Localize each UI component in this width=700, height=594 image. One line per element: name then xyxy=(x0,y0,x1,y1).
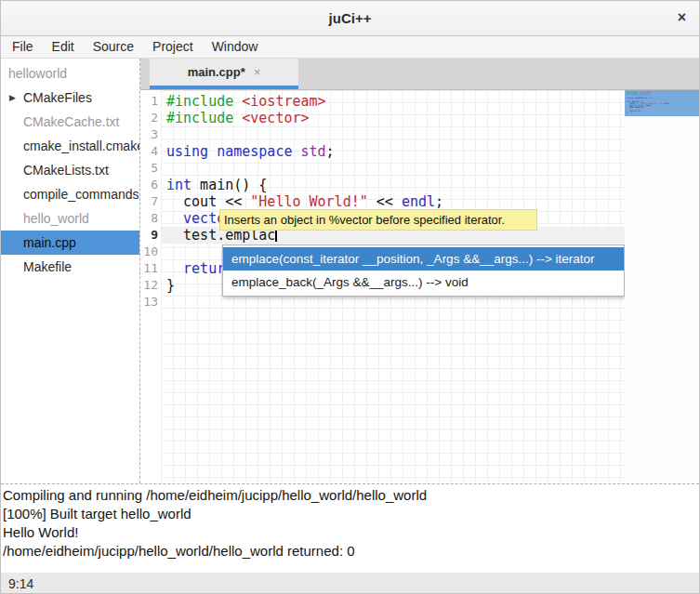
terminal-output[interactable]: Compiling and running /home/eidheim/juci… xyxy=(1,483,699,573)
code-line[interactable]: int main() { xyxy=(161,177,625,193)
code-token: << xyxy=(368,193,402,210)
code-line[interactable] xyxy=(161,126,625,143)
code-token: std xyxy=(301,143,326,160)
code-token: endl xyxy=(402,193,435,210)
code-editor[interactable]: #include <iostream>#include <vector>usin… xyxy=(161,90,625,483)
window-title: juCi++ xyxy=(329,10,372,26)
tree-item-label: compile_commands.json xyxy=(23,187,139,202)
cursor-position: 9:14 xyxy=(8,576,33,591)
code-token xyxy=(166,210,183,227)
code-token: } xyxy=(166,277,175,294)
line-number: 12 xyxy=(140,277,161,294)
tree-item-cmakefiles[interactable]: ▶CMakeFiles xyxy=(1,86,139,110)
code-token: #include xyxy=(166,110,233,126)
terminal-line: Hello World! xyxy=(3,523,699,542)
code-token: cout << xyxy=(166,193,250,210)
code-token: <iostream> xyxy=(242,93,325,110)
main-area: helloworld▶CMakeFilesCMakeCache.txtcmake… xyxy=(1,59,699,483)
terminal-line: Compiling and running /home/eidheim/juci… xyxy=(3,486,699,505)
code-token: #include xyxy=(166,93,233,110)
code-token xyxy=(166,260,183,277)
tree-item-label: hello_world xyxy=(23,211,89,226)
line-number-gutter: 12345678910111213 xyxy=(140,90,161,483)
code-line[interactable]: cout << "Hello World!" << endl; xyxy=(161,193,625,210)
tree-item-label: CMakeCache.txt xyxy=(23,114,119,129)
line-number: 4 xyxy=(140,143,161,160)
tree-item-label: CMakeFiles xyxy=(23,90,92,105)
code-token xyxy=(233,93,242,110)
code-token: "Hello World!" xyxy=(250,193,367,210)
expander-arrow-icon[interactable]: ▶ xyxy=(9,86,16,110)
menu-item-project[interactable]: Project xyxy=(143,36,203,58)
completion-tooltip: Inserts an object in %vector before spec… xyxy=(219,209,537,231)
title-bar: juCi++ × xyxy=(1,1,699,36)
menu-item-file[interactable]: File xyxy=(3,36,43,58)
minimap-viewport[interactable]: #include <iostream>#include <vector>usin… xyxy=(625,90,699,116)
line-number: 10 xyxy=(140,244,161,260)
menu-item-source[interactable]: Source xyxy=(84,36,143,58)
tab-bar: main.cpp* × xyxy=(140,59,699,90)
line-number: 6 xyxy=(140,177,161,193)
tree-item-label: main.cpp xyxy=(23,235,76,250)
tab-label: main.cpp* xyxy=(188,65,245,79)
line-number: 5 xyxy=(140,160,161,177)
autocomplete-item[interactable]: emplace(const_iterator __position, _Args… xyxy=(223,247,624,271)
tab-main-cpp[interactable]: main.cpp* × xyxy=(150,59,298,89)
menu-item-window[interactable]: Window xyxy=(203,36,268,58)
autocomplete-item[interactable]: emplace_back(_Args &&__args...) --> void xyxy=(223,271,624,294)
code-token: namespace xyxy=(217,143,292,160)
tree-item-label: cmake_install.cmake xyxy=(23,139,139,153)
terminal-line: /home/eidheim/jucipp/hello_world/hello_w… xyxy=(3,542,699,561)
tree-item-makefile[interactable]: Makefile xyxy=(1,255,139,279)
tree-item-label: CMakeLists.txt xyxy=(23,163,109,178)
tree-item-main-cpp[interactable]: main.cpp xyxy=(1,231,139,255)
autocomplete-popup: emplace(const_iterator __position, _Args… xyxy=(222,244,625,297)
terminal-line: [100%] Built target hello_world xyxy=(3,505,699,523)
minimap-line xyxy=(627,113,684,115)
code-line[interactable]: using namespace std; xyxy=(161,143,625,160)
line-number: 9 xyxy=(140,227,161,244)
file-tree[interactable]: helloworld▶CMakeFilesCMakeCache.txtcmake… xyxy=(1,59,140,483)
code-line[interactable] xyxy=(161,160,625,177)
minimap[interactable]: #include <iostream>#include <vector>usin… xyxy=(625,90,699,483)
close-icon[interactable]: × xyxy=(678,9,686,26)
code-token xyxy=(292,143,300,160)
line-number: 13 xyxy=(140,294,161,310)
editor-body: 12345678910111213 #include <iostream>#in… xyxy=(140,90,699,483)
line-number: 2 xyxy=(140,110,161,126)
status-bar: 9:14 xyxy=(1,573,699,594)
tree-item-label: helloworld xyxy=(8,66,67,81)
code-token: <vector> xyxy=(242,110,309,126)
code-token: ; xyxy=(326,143,335,160)
editor-pane: main.cpp* × 12345678910111213 #include <… xyxy=(140,59,699,483)
tree-item-cmakecache-txt[interactable]: CMakeCache.txt xyxy=(1,110,139,134)
code-token xyxy=(233,110,242,126)
code-token xyxy=(208,143,217,160)
code-line[interactable]: #include <iostream> xyxy=(161,93,625,110)
code-token: ; xyxy=(435,193,443,210)
tree-item-hello-world[interactable]: hello_world xyxy=(1,206,139,231)
menu-bar: FileEditSourceProjectWindow xyxy=(1,36,699,59)
line-number: 7 xyxy=(140,193,161,210)
tree-item-cmake-install-cmake[interactable]: cmake_install.cmake xyxy=(1,134,139,158)
code-line[interactable]: #include <vector> xyxy=(161,110,625,126)
tree-item-helloworld[interactable]: helloworld xyxy=(1,61,139,86)
line-number: 11 xyxy=(140,260,161,277)
line-number: 8 xyxy=(140,210,161,227)
line-number: 3 xyxy=(140,126,161,143)
tab-close-icon[interactable]: × xyxy=(254,65,261,79)
code-token: int xyxy=(166,177,192,193)
app-window: juCi++ × FileEditSourceProjectWindow hel… xyxy=(0,0,700,594)
line-number: 1 xyxy=(140,93,161,110)
tree-item-cmakelists-txt[interactable]: CMakeLists.txt xyxy=(1,158,139,182)
code-token: using xyxy=(166,143,208,160)
code-token: main() { xyxy=(192,177,267,193)
tree-item-label: Makefile xyxy=(23,259,72,274)
tree-item-compile-commands-json[interactable]: compile_commands.json xyxy=(1,182,139,206)
menu-item-edit[interactable]: Edit xyxy=(43,36,84,58)
